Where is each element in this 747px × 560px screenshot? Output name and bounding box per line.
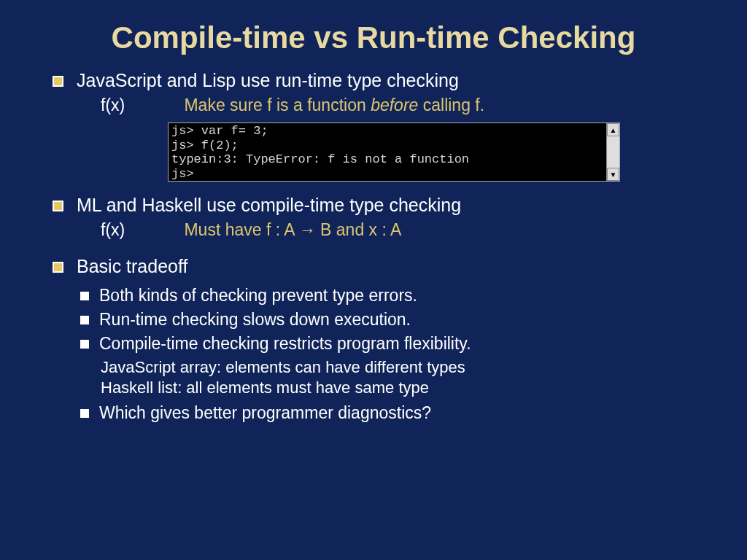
- bullet-icon: [80, 316, 89, 324]
- bullet-1-subline: f(x) Make sure f is a function before ca…: [101, 96, 711, 115]
- bullet-1-note: Make sure f is a function before calling…: [184, 96, 484, 114]
- bullet-icon: [53, 76, 63, 87]
- sub-text: Compile-time checking restricts program …: [99, 334, 471, 354]
- bullet-2-note: Must have f : A → B and x : A: [184, 220, 401, 239]
- bullet-1-text: JavaScript and Lisp use run-time type ch…: [77, 70, 459, 91]
- bullet-icon: [53, 262, 63, 273]
- bullet-3-text: Basic tradeoff: [77, 256, 187, 277]
- slide-title: Compile-time vs Run-time Checking: [36, 20, 711, 55]
- scroll-up-icon: ▲: [607, 123, 619, 136]
- sub-text: Which gives better programmer diagnostic…: [99, 403, 431, 423]
- bullet-icon: [53, 201, 63, 211]
- bullet-3: Basic tradeoff: [36, 256, 711, 277]
- bullet-1: JavaScript and Lisp use run-time type ch…: [36, 70, 711, 91]
- bullet-icon: [80, 409, 89, 418]
- bullet-3-sub1: Both kinds of checking prevent type erro…: [36, 286, 711, 306]
- bullet-3-sub2: Run-time checking slows down execution.: [36, 310, 711, 330]
- fx-label: f(x): [101, 96, 181, 115]
- scroll-down-icon: ▼: [607, 168, 619, 181]
- sub-text: Both kinds of checking prevent type erro…: [99, 286, 417, 306]
- bullet-icon: [80, 340, 89, 349]
- bullet-icon: [80, 292, 89, 300]
- sub-text: Run-time checking slows down execution.: [99, 310, 411, 330]
- console-text: js> var f= 3; js> f(2); typein:3: TypeEr…: [169, 123, 606, 181]
- bullet-3-sub3: Compile-time checking restricts program …: [36, 334, 711, 354]
- bullet-3-sub3b: Haskell list: all elements must have sam…: [101, 378, 711, 397]
- bullet-2-text: ML and Haskell use compile-time type che…: [77, 195, 461, 216]
- bullet-2: ML and Haskell use compile-time type che…: [36, 195, 711, 216]
- console-scrollbar: ▲ ▼: [606, 123, 619, 181]
- fx-label: f(x): [101, 220, 181, 240]
- bullet-3-sub4: Which gives better programmer diagnostic…: [36, 403, 711, 423]
- bullet-2-subline: f(x) Must have f : A → B and x : A: [101, 220, 711, 240]
- bullet-3-sub3a: JavaScript array: elements can have diff…: [101, 358, 711, 377]
- console-screenshot: js> var f= 3; js> f(2); typein:3: TypeEr…: [168, 122, 620, 182]
